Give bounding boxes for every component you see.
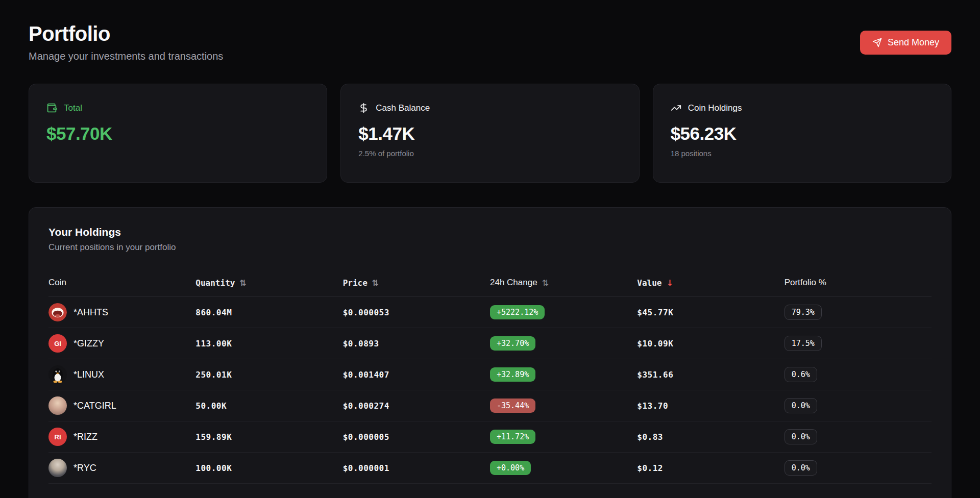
stat-card-total: Total $57.70K [29, 84, 327, 183]
portfolio-pct-badge: 79.3% [785, 305, 822, 320]
send-money-label: Send Money [888, 37, 939, 48]
change-badge: +11.72% [490, 430, 535, 444]
stat-card-cash-balance: Cash Balance $1.47K 2.5% of portfolio [340, 84, 639, 183]
wallet-icon [46, 103, 57, 113]
change-cell: +32.70% [490, 336, 637, 351]
quantity-cell: 860.04M [195, 308, 342, 317]
stat-card-coins-header: Coin Holdings [671, 103, 934, 113]
portfolio-cell: 0.0% [785, 429, 932, 444]
coin-cell: *LINUX [48, 365, 195, 384]
price-cell: $0.001407 [343, 370, 490, 380]
trending-up-icon [671, 103, 681, 113]
price-cell: $0.000005 [343, 432, 490, 442]
coin-symbol: *AHHTS [74, 307, 108, 318]
quantity-cell: 50.00K [195, 401, 342, 411]
coin-avatar [48, 365, 67, 384]
portfolio-pct-badge: 17.5% [785, 336, 822, 351]
portfolio-cell: 0.0% [785, 398, 932, 413]
stat-sub-coins: 18 positions [671, 149, 934, 158]
table-header-row: Coin Quantity ⇅ Price ⇅ 24h Change ⇅ Val… [48, 269, 932, 297]
stat-value-total: $57.70K [46, 123, 309, 144]
coin-cell: RI *RIZZ [48, 428, 195, 446]
page-header: Portfolio Manage your investments and tr… [29, 22, 951, 62]
table-row[interactable]: GI *GIZZY 113.00K $0.0893 +32.70% $10.09… [48, 328, 932, 359]
stat-card-cash-header: Cash Balance [358, 103, 621, 113]
change-badge: +32.70% [490, 336, 535, 351]
stat-sub-cash: 2.5% of portfolio [358, 149, 621, 158]
change-cell: -35.44% [490, 399, 637, 413]
coin-avatar [48, 303, 67, 321]
table-row[interactable]: *RYC 100.00K $0.000001 +0.00% $0.12 0.0% [48, 453, 932, 484]
column-header-portfolio: Portfolio % [785, 278, 932, 288]
column-header-coin: Coin [48, 278, 195, 288]
coin-cell: GI *GIZZY [48, 334, 195, 353]
change-cell: +0.00% [490, 461, 637, 475]
send-money-button[interactable]: Send Money [860, 31, 951, 55]
change-badge: +0.00% [490, 461, 531, 475]
price-cell: $0.0893 [343, 339, 490, 348]
column-header-change[interactable]: 24h Change ⇅ [490, 278, 637, 288]
coin-avatar: GI [48, 334, 67, 353]
price-cell: $0.000053 [343, 308, 490, 317]
portfolio-pct-badge: 0.0% [785, 398, 817, 413]
table-row[interactable]: *CATGIRL 50.00K $0.000274 -35.44% $13.70… [48, 390, 932, 421]
stat-value-coins: $56.23K [671, 123, 934, 144]
sort-icon: ⇅ [542, 278, 549, 288]
value-cell: $10.09K [637, 339, 784, 348]
column-header-value[interactable]: Value ↓ [637, 278, 784, 288]
dollar-icon [358, 103, 369, 113]
value-cell: $0.83 [637, 432, 784, 442]
coin-avatar [48, 459, 67, 477]
coin-cell: *RYC [48, 459, 195, 477]
value-cell: $351.66 [637, 370, 784, 380]
change-cell: +5222.12% [490, 305, 637, 319]
coin-cell: *CATGIRL [48, 396, 195, 415]
stat-card-coin-holdings: Coin Holdings $56.23K 18 positions [653, 84, 951, 183]
holdings-card: Your Holdings Current positions in your … [29, 207, 951, 498]
coin-symbol: *CATGIRL [74, 401, 116, 411]
portfolio-pct-badge: 0.0% [785, 429, 817, 444]
coin-symbol: *RYC [74, 463, 96, 474]
sort-icon: ⇅ [239, 278, 246, 288]
change-badge: +5222.12% [490, 305, 545, 319]
quantity-cell: 113.00K [195, 339, 342, 348]
coin-symbol: *LINUX [74, 369, 104, 380]
portfolio-pct-badge: 0.6% [785, 367, 817, 382]
stat-label-total: Total [64, 103, 82, 113]
column-header-quantity[interactable]: Quantity ⇅ [195, 278, 342, 288]
holdings-title: Your Holdings [48, 226, 932, 238]
value-cell: $0.12 [637, 463, 784, 473]
holdings-subtitle: Current positions in your portfolio [48, 242, 932, 253]
price-cell: $0.000274 [343, 401, 490, 411]
page-title: Portfolio [29, 22, 223, 45]
portfolio-cell: 0.6% [785, 367, 932, 382]
coin-avatar: RI [48, 428, 67, 446]
table-row[interactable]: RI *RIZZ 159.89K $0.000005 +11.72% $0.83… [48, 421, 932, 453]
stat-label-cash: Cash Balance [376, 103, 430, 113]
change-badge: +32.89% [490, 367, 535, 382]
table-row[interactable]: *AHHTS 860.04M $0.000053 +5222.12% $45.7… [48, 297, 932, 328]
price-cell: $0.000001 [343, 463, 490, 473]
coin-symbol: *GIZZY [74, 338, 104, 349]
quantity-cell: 159.89K [195, 432, 342, 442]
holdings-table: Coin Quantity ⇅ Price ⇅ 24h Change ⇅ Val… [48, 269, 932, 484]
portfolio-pct-badge: 0.0% [785, 460, 817, 476]
quantity-cell: 250.01K [195, 370, 342, 380]
portfolio-cell: 79.3% [785, 305, 932, 320]
coin-avatar [48, 396, 67, 415]
change-cell: +11.72% [490, 430, 637, 444]
stat-value-cash: $1.47K [358, 123, 621, 144]
coin-cell: *AHHTS [48, 303, 195, 321]
coin-symbol: *RIZZ [74, 432, 97, 442]
change-cell: +32.89% [490, 367, 637, 382]
page-subtitle: Manage your investments and transactions [29, 51, 223, 62]
quantity-cell: 100.00K [195, 463, 342, 473]
table-row[interactable]: *LINUX 250.01K $0.001407 +32.89% $351.66… [48, 359, 932, 390]
portfolio-page: Portfolio Manage your investments and tr… [0, 0, 980, 498]
change-badge: -35.44% [490, 399, 535, 413]
sort-desc-icon: ↓ [667, 278, 673, 288]
stat-cards: Total $57.70K Cash Balance $1.47K 2.5% o… [29, 84, 951, 183]
column-header-price[interactable]: Price ⇅ [343, 278, 490, 288]
page-heading-block: Portfolio Manage your investments and tr… [29, 22, 223, 62]
send-icon [872, 38, 882, 47]
